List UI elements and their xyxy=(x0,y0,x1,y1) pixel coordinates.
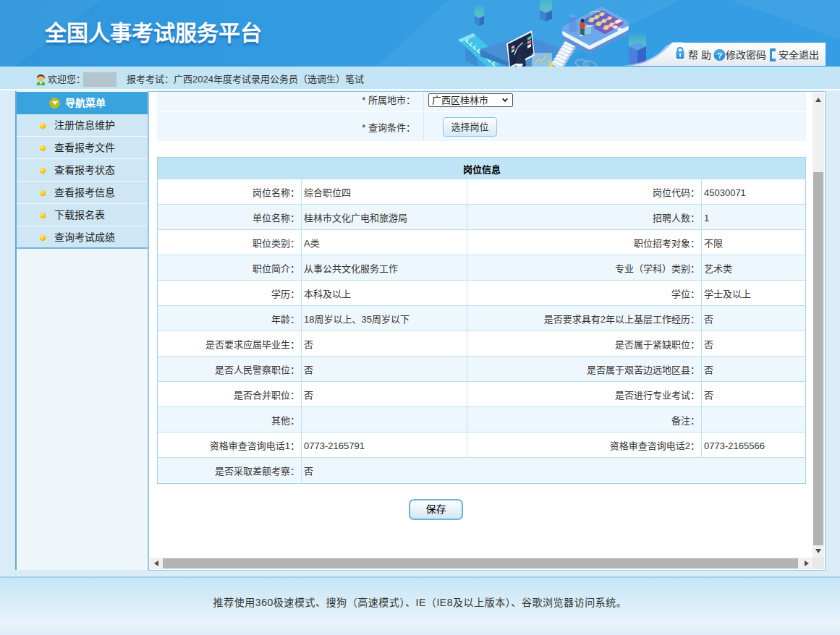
svg-text:?: ? xyxy=(717,51,722,60)
